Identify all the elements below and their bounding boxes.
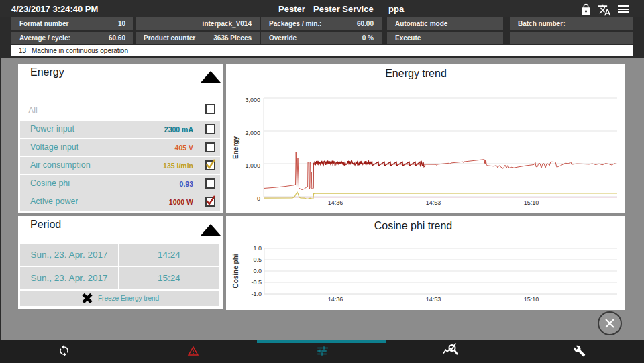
svg-text:Energy: Energy <box>232 136 239 159</box>
svg-text:14:53: 14:53 <box>426 199 441 206</box>
svg-text:1,000: 1,000 <box>245 162 260 169</box>
svg-text:-1.0: -1.0 <box>251 291 262 297</box>
svg-text:15:10: 15:10 <box>524 296 539 303</box>
svg-text:3,000: 3,000 <box>245 97 260 103</box>
svg-text:0.5: 0.5 <box>253 256 262 263</box>
svg-text:Cosine phi: Cosine phi <box>232 254 239 288</box>
svg-text:14:53: 14:53 <box>426 296 441 303</box>
svg-text:2,000: 2,000 <box>245 129 260 136</box>
svg-text:15:10: 15:10 <box>524 199 539 206</box>
svg-text:-0.5: -0.5 <box>251 279 262 286</box>
svg-text:14:36: 14:36 <box>328 296 343 303</box>
svg-text:0: 0 <box>257 195 260 202</box>
svg-text:0.0: 0.0 <box>253 268 262 274</box>
svg-text:1.0: 1.0 <box>253 245 262 252</box>
svg-text:14:36: 14:36 <box>328 199 343 206</box>
